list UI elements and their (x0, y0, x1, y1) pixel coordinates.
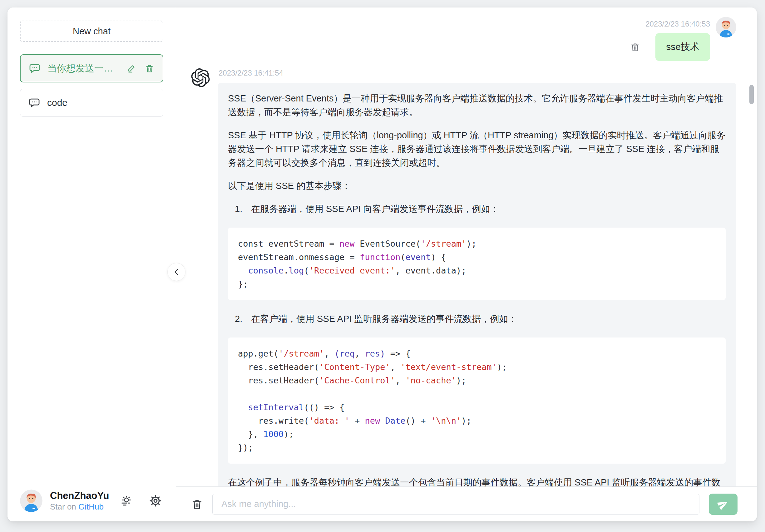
assistant-paragraph: SSE 基于 HTTP 协议，使用长轮询（long-polling）或 HTTP… (228, 128, 726, 170)
chat-bubble-icon (29, 62, 41, 74)
app-window: New chat 当你想发送一张照... (7, 7, 757, 521)
openai-logo-icon (191, 68, 210, 87)
code-line: const eventStream = new EventSource('/st… (238, 237, 716, 251)
assistant-message-timestamp: 2023/2/23 16:41:54 (219, 68, 736, 78)
composer-bar (176, 486, 757, 521)
sidebar-collapse-button[interactable] (167, 263, 186, 281)
user-avatar (20, 490, 42, 512)
code-line: }); (238, 441, 716, 454)
user-message: 2023/2/23 16:40:53 sse技术 (191, 17, 736, 61)
edit-conversation-icon[interactable] (127, 63, 137, 73)
code-block: app.get('/stream', (req, res) => { res.s… (228, 337, 726, 464)
username: ChenZhaoYu (50, 490, 120, 502)
code-block: const eventStream = new EventSource('/st… (228, 228, 726, 300)
theme-toggle-icon[interactable] (120, 494, 133, 507)
list-number: 2. (235, 312, 251, 326)
message-input[interactable] (212, 494, 699, 515)
code-line: res.setHeader('Content-Type', 'text/even… (238, 360, 716, 374)
assistant-list-item: 1.在服务器端，使用 SSE API 向客户端发送事件流数据，例如： (228, 202, 726, 216)
code-line: }; (238, 277, 716, 291)
list-text: 在客户端，使用 SSE API 监听服务器端发送的事件流数据，例如： (251, 312, 517, 326)
code-line: setInterval(() => { (238, 400, 716, 414)
message-list[interactable]: 2023/2/23 16:40:53 sse技术 (176, 7, 757, 486)
conversation-title: 当你想发送一张照... (47, 62, 120, 75)
send-button[interactable] (709, 494, 738, 515)
assistant-message: 2023/2/23 16:41:54 SSE（Server-Sent Event… (191, 64, 736, 486)
code-line: console.log('Received event:', event.dat… (238, 264, 716, 277)
settings-gear-icon[interactable] (149, 494, 162, 507)
star-on-github: Star on GitHub (50, 502, 120, 512)
conversation-item-active[interactable]: 当你想发送一张照... (20, 54, 163, 82)
chat-bubble-icon (28, 97, 40, 109)
code-line: eventStream.onmessage = function(event) … (238, 251, 716, 264)
assistant-message-body: SSE（Server-Sent Events）是一种用于实现服务器向客户端推送数… (218, 83, 736, 486)
code-line (238, 387, 716, 400)
conversation-title: code (47, 97, 155, 108)
scrollbar-thumb[interactable] (749, 85, 754, 104)
assistant-paragraph: 以下是使用 SSE 的基本步骤： (228, 179, 726, 193)
conversation-item[interactable]: code (20, 89, 163, 117)
user-avatar (716, 17, 736, 37)
code-line: res.write('data: ' + new Date() + '\n\n'… (238, 414, 716, 427)
star-text: Star on (50, 502, 78, 511)
sidebar: New chat 当你想发送一张照... (7, 7, 176, 521)
chat-main: 2023/2/23 16:40:53 sse技术 (176, 7, 757, 521)
list-text: 在服务器端，使用 SSE API 向客户端发送事件流数据，例如： (251, 202, 499, 216)
assistant-paragraph: SSE（Server-Sent Events）是一种用于实现服务器向客户端推送数… (228, 92, 726, 119)
assistant-paragraph: 在这个例子中，服务器每秒钟向客户端发送一个包含当前日期的事件数据。客户端使用 S… (228, 475, 726, 486)
user-message-timestamp: 2023/2/23 16:40:53 (645, 19, 710, 29)
clear-conversation-icon[interactable] (191, 498, 203, 510)
delete-conversation-icon[interactable] (145, 63, 155, 73)
new-chat-button[interactable]: New chat (20, 21, 163, 42)
list-number: 1. (235, 202, 251, 216)
code-line: app.get('/stream', (req, res) => { (238, 347, 716, 360)
github-link[interactable]: GitHub (78, 502, 104, 511)
delete-message-icon[interactable] (630, 42, 640, 52)
sidebar-footer: ChenZhaoYu Star on GitHub (20, 490, 163, 512)
code-line: res.setHeader('Cache-Control', 'no-cache… (238, 374, 716, 387)
assistant-list-item: 2.在客户端，使用 SSE API 监听服务器端发送的事件流数据，例如： (228, 312, 726, 326)
user-message-bubble: sse技术 (655, 33, 710, 61)
code-line: }, 1000); (238, 427, 716, 441)
